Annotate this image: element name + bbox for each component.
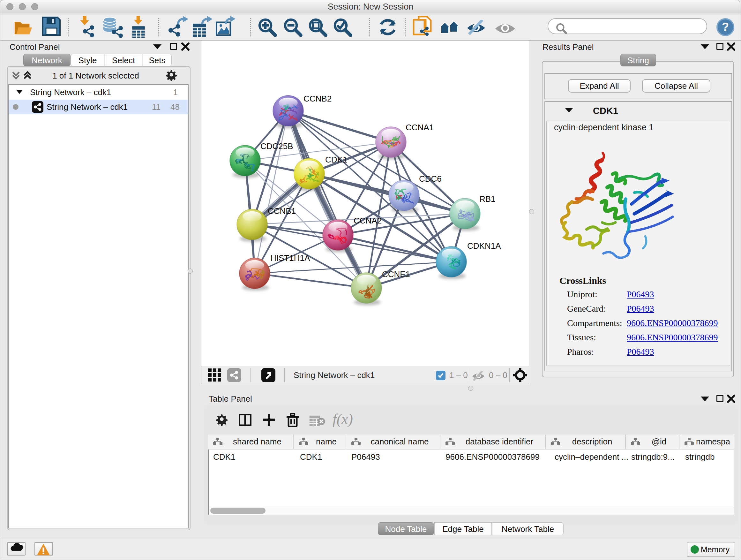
- svg-text:CCNE1: CCNE1: [382, 269, 410, 279]
- svg-text:CDKN1A: CDKN1A: [467, 241, 501, 251]
- svg-text:RB1: RB1: [479, 194, 495, 204]
- svg-text:CCNA1: CCNA1: [406, 123, 434, 132]
- svg-text:CCNA2: CCNA2: [354, 216, 382, 226]
- svg-text:CCNB1: CCNB1: [268, 206, 296, 216]
- svg-text:?: ?: [722, 20, 729, 34]
- svg-text:CDC6: CDC6: [419, 174, 442, 184]
- svg-text:CDC25B: CDC25B: [260, 141, 293, 151]
- svg-text:CCNB2: CCNB2: [304, 94, 332, 104]
- svg-text:HIST1H1A: HIST1H1A: [270, 253, 310, 263]
- svg-text:CDK1: CDK1: [325, 155, 347, 165]
